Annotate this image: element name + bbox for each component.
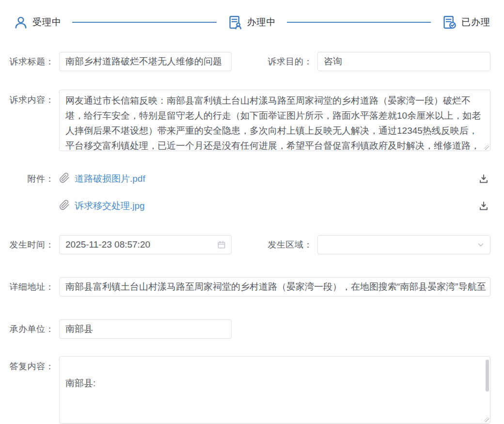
reply-label: 答复内容： bbox=[0, 356, 54, 372]
user-icon bbox=[14, 15, 28, 30]
content-label: 诉求内容： bbox=[0, 90, 54, 106]
petition-form: 诉求标题： 南部乡村道路破烂不堪无人维修的问题 诉求目的： 咨询 诉求内容： 网… bbox=[0, 52, 504, 424]
step-connector-line bbox=[287, 22, 431, 23]
reply-text: 尊敬的市民，您好！您在市长信箱反映的关于南部乡村道路破烂不堪无人维修的问题已收悉… bbox=[65, 421, 484, 424]
time-value: 2025-11-23 08:57:20 bbox=[65, 239, 150, 250]
unit-label: 承办单位： bbox=[0, 323, 54, 335]
attachments-label: 附件： bbox=[0, 173, 54, 185]
unit-input[interactable]: 南部县 bbox=[59, 319, 232, 339]
document-user-icon bbox=[227, 15, 243, 30]
step-label-completed: 已办理 bbox=[461, 16, 490, 29]
step-accepting: 受理中 bbox=[14, 15, 62, 30]
status-stepper: 受理中 办理中 bbox=[0, 0, 504, 30]
time-input[interactable]: 2025-11-23 08:57:20 bbox=[59, 235, 232, 254]
content-textarea[interactable]: 网友通过市长信箱反映：南部县富利镇土台山村漾马路至周家祠堂的乡村道路（晏家湾一段… bbox=[59, 90, 490, 151]
download-button[interactable] bbox=[478, 173, 489, 185]
address-input[interactable]: 南部县富利镇土台山村漾马路至周家祠堂的乡村道路（晏家湾一段），在地图搜索“南部县… bbox=[59, 277, 490, 297]
step-processing: 办理中 bbox=[227, 15, 276, 30]
paperclip-icon bbox=[59, 200, 70, 212]
attachment-link[interactable]: 诉求移交处理.jpg bbox=[75, 200, 145, 212]
purpose-label: 诉求目的： bbox=[232, 56, 313, 67]
attachment-link[interactable]: 道路破损图片.pdf bbox=[75, 173, 145, 185]
petition-detail-page: 受理中 办理中 bbox=[0, 0, 504, 424]
content-text: 网友通过市长信箱反映：南部县富利镇土台山村漾马路至周家祠堂的乡村道路（晏家湾一段… bbox=[60, 90, 490, 151]
title-input[interactable]: 南部乡村道路破烂不堪无人维修的问题 bbox=[59, 52, 232, 71]
area-label: 发生区域： bbox=[232, 239, 313, 251]
paperclip-icon bbox=[59, 173, 70, 185]
textarea-resize-handle[interactable] bbox=[484, 417, 489, 422]
step-completed: 已办理 bbox=[441, 15, 490, 30]
step-label-processing: 办理中 bbox=[247, 16, 276, 29]
attachment-row: 诉求移交处理.jpg bbox=[59, 200, 504, 212]
textarea-resize-handle[interactable] bbox=[484, 145, 489, 150]
purpose-input[interactable]: 咨询 bbox=[317, 52, 490, 71]
reply-scrolled-line: 南部县: bbox=[65, 376, 484, 391]
document-check-icon bbox=[441, 15, 457, 30]
attachment-row: 道路破损图片.pdf bbox=[59, 173, 504, 185]
time-label: 发生时间： bbox=[0, 239, 54, 251]
step-label-accepting: 受理中 bbox=[32, 16, 62, 29]
address-label: 详细地址： bbox=[0, 281, 54, 293]
textarea-scrollbar[interactable] bbox=[486, 360, 489, 392]
calendar-icon[interactable] bbox=[217, 240, 226, 250]
reply-textarea[interactable]: 南部县: 尊敬的市民，您好！您在市长信箱反映的关于南部乡村道路破烂不堪无人维修的… bbox=[59, 356, 490, 424]
step-connector-line bbox=[72, 22, 217, 23]
download-button[interactable] bbox=[478, 200, 489, 212]
chevron-down-icon[interactable] bbox=[476, 240, 485, 249]
area-select[interactable] bbox=[317, 235, 490, 254]
title-label: 诉求标题： bbox=[0, 56, 54, 67]
